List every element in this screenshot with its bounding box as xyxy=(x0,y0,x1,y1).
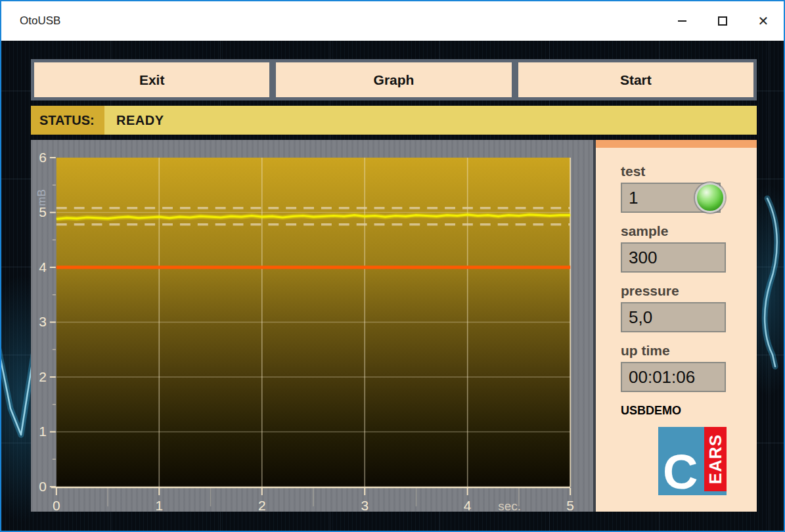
svg-text:5: 5 xyxy=(566,498,574,512)
svg-text:5: 5 xyxy=(39,204,47,219)
sample-value-field[interactable]: 300 xyxy=(621,242,726,273)
svg-text:3: 3 xyxy=(361,498,369,512)
minimize-icon xyxy=(678,20,686,22)
maximize-icon xyxy=(718,16,727,26)
svg-text:1: 1 xyxy=(39,424,47,439)
svg-text:6: 6 xyxy=(39,150,47,165)
device-label: USBDEMO xyxy=(621,404,757,418)
svg-text:0: 0 xyxy=(53,498,60,512)
svg-text:1: 1 xyxy=(155,498,163,512)
status-bar: STATUS: READY xyxy=(31,106,757,135)
svg-text:sec.: sec. xyxy=(498,499,521,512)
field-test: test1 xyxy=(596,164,757,213)
main-area: ExitGraphStart STATUS: READY 01234560123… xyxy=(1,41,784,531)
uptime-value-field: 00:01:06 xyxy=(621,362,726,392)
window-controls: ✕ xyxy=(662,1,784,41)
uptime-label: up time xyxy=(621,343,757,359)
status-label: STATUS: xyxy=(31,106,104,135)
svg-text:4: 4 xyxy=(464,498,472,512)
field-list: test1sample300pressure5,0up time00:01:06 xyxy=(596,164,757,392)
pressure-value-field[interactable]: 5,0 xyxy=(621,302,726,332)
test-label: test xyxy=(621,164,757,179)
panel-accent-strip xyxy=(596,140,757,148)
field-uptime: up time00:01:06 xyxy=(596,343,757,392)
pressure-label: pressure xyxy=(621,283,757,299)
svg-text:0: 0 xyxy=(39,479,47,494)
svg-text:3: 3 xyxy=(39,314,47,329)
chart-panel: 0123456012345mBsec. xyxy=(31,140,593,512)
logo-letter: C xyxy=(663,449,698,495)
pressure-chart: 0123456012345mBsec. xyxy=(31,140,593,512)
exit-button[interactable]: Exit xyxy=(31,59,273,100)
titlebar: OtoUSB ✕ xyxy=(1,1,784,41)
logo-red-strip: EARS xyxy=(704,427,727,491)
close-icon: ✕ xyxy=(758,14,769,28)
field-pressure: pressure5,0 xyxy=(596,283,757,332)
close-button[interactable]: ✕ xyxy=(743,1,784,41)
test-led-indicator xyxy=(695,183,725,213)
logo-side-text: EARS xyxy=(706,434,726,484)
maximize-button[interactable] xyxy=(702,1,743,41)
minimize-button[interactable] xyxy=(662,1,702,41)
side-panel: test1sample300pressure5,0up time00:01:06… xyxy=(596,140,757,512)
start-button[interactable]: Start xyxy=(515,59,757,100)
svg-text:2: 2 xyxy=(39,369,47,384)
status-value: READY xyxy=(104,106,757,135)
sample-label: sample xyxy=(621,223,757,239)
cears-logo: C EARS xyxy=(658,427,727,495)
field-sample: sample300 xyxy=(596,223,757,273)
svg-text:4: 4 xyxy=(39,259,47,275)
svg-text:2: 2 xyxy=(258,498,266,512)
window-title: OtoUSB xyxy=(20,14,60,28)
toolbar: ExitGraphStart xyxy=(31,59,757,100)
svg-text:mB: mB xyxy=(35,189,48,206)
graph-button[interactable]: Graph xyxy=(273,59,514,100)
app-window: OtoUSB ✕ ExitGraphStart STATUS: xyxy=(0,0,785,532)
